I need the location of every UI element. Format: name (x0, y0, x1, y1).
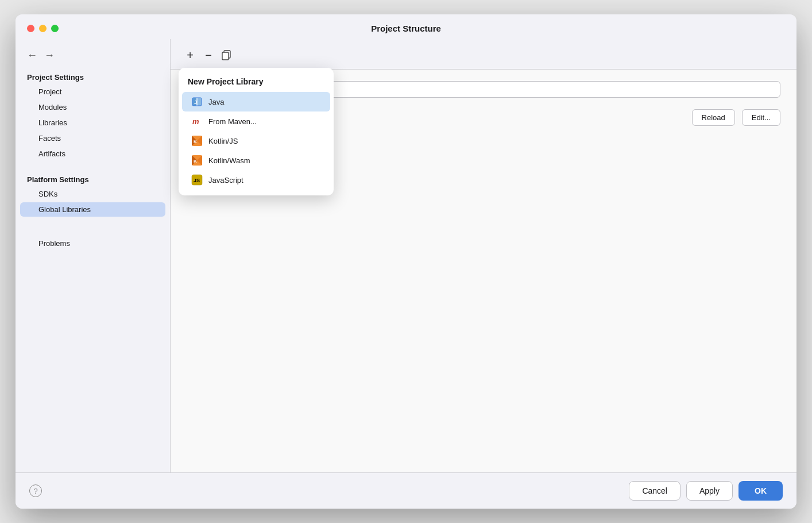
svg-text:J: J (194, 99, 197, 105)
title-bar: Project Structure (16, 14, 796, 39)
dropdown-item-kotlinjs[interactable]: K Kotlin/JS (182, 131, 330, 151)
maximize-button[interactable] (51, 25, 59, 32)
apply-button[interactable]: Apply (686, 481, 733, 501)
new-library-dropdown: New Project Library J Java (179, 68, 334, 195)
minimize-button[interactable] (39, 25, 47, 32)
svg-text:K: K (194, 159, 197, 164)
remove-library-button[interactable]: − (200, 47, 216, 63)
dialog-title: Project Structure (371, 24, 441, 33)
svg-text:JS: JS (194, 178, 200, 183)
dropdown-item-javascript-label: JavaScript (208, 176, 243, 184)
kotlinwasm-icon: K (191, 155, 203, 166)
dropdown-item-java-label: Java (208, 98, 224, 106)
dropdown-item-kotlinjs-label: Kotlin/JS (208, 137, 238, 145)
sidebar-item-sdks[interactable]: SDKs (20, 187, 165, 201)
sidebar-item-project[interactable]: Project (20, 84, 165, 99)
back-button[interactable]: ← (25, 48, 40, 63)
dropdown-item-kotlinwasm-label: Kotlin/Wasm (208, 156, 250, 165)
dialog-footer: ? Cancel Apply OK (16, 472, 796, 509)
dropdown-item-maven[interactable]: m From Maven... (182, 111, 330, 131)
dropdown-item-maven-label: From Maven... (208, 117, 257, 126)
js-icon: JS (191, 174, 203, 186)
dropdown-item-javascript[interactable]: JS JavaScript (182, 170, 330, 190)
main-content: + − New Project Library (171, 39, 796, 472)
svg-rect-3 (198, 98, 202, 106)
sidebar-item-libraries[interactable]: Libraries (20, 116, 165, 130)
java-icon: J (191, 96, 203, 107)
footer-right: Cancel Apply OK (629, 481, 783, 501)
dropdown-item-java[interactable]: J Java (182, 92, 330, 111)
sidebar: ← → Project Settings Project Modules Lib… (16, 39, 171, 472)
ok-button[interactable]: OK (738, 481, 783, 501)
platform-settings-header: Platform Settings (16, 171, 170, 186)
copy-library-button[interactable] (219, 47, 235, 63)
sidebar-item-artifacts[interactable]: Artifacts (20, 147, 165, 161)
project-structure-dialog: Project Structure ← → Project Settings P… (16, 14, 796, 509)
help-button[interactable]: ? (29, 484, 42, 497)
dialog-body: ← → Project Settings Project Modules Lib… (16, 39, 796, 472)
project-settings-header: Project Settings (16, 68, 170, 84)
footer-left: ? (29, 484, 42, 497)
sidebar-item-problems[interactable]: Problems (20, 236, 165, 251)
cancel-button[interactable]: Cancel (629, 481, 680, 501)
svg-text:K: K (194, 139, 197, 144)
maven-icon: m (191, 116, 203, 127)
svg-rect-1 (222, 52, 229, 60)
close-button[interactable] (27, 25, 34, 32)
kotlinjs-icon: K (191, 135, 203, 147)
forward-button[interactable]: → (42, 48, 57, 63)
sidebar-item-modules[interactable]: Modules (20, 100, 165, 114)
window-controls (27, 25, 59, 32)
main-toolbar: + − New Project Library (171, 39, 796, 70)
dropdown-title: New Project Library (179, 75, 334, 92)
sidebar-item-facets[interactable]: Facets (20, 131, 165, 145)
reload-button[interactable]: Reload (692, 109, 735, 126)
add-library-button[interactable]: + (182, 47, 198, 63)
svg-text:m: m (192, 117, 199, 126)
sidebar-item-global-libraries[interactable]: Global Libraries (20, 202, 165, 217)
dropdown-item-kotlinwasm[interactable]: K Kotlin/Wasm (182, 151, 330, 170)
edit-button[interactable]: Edit... (742, 109, 780, 126)
sidebar-nav: ← → (16, 46, 170, 68)
